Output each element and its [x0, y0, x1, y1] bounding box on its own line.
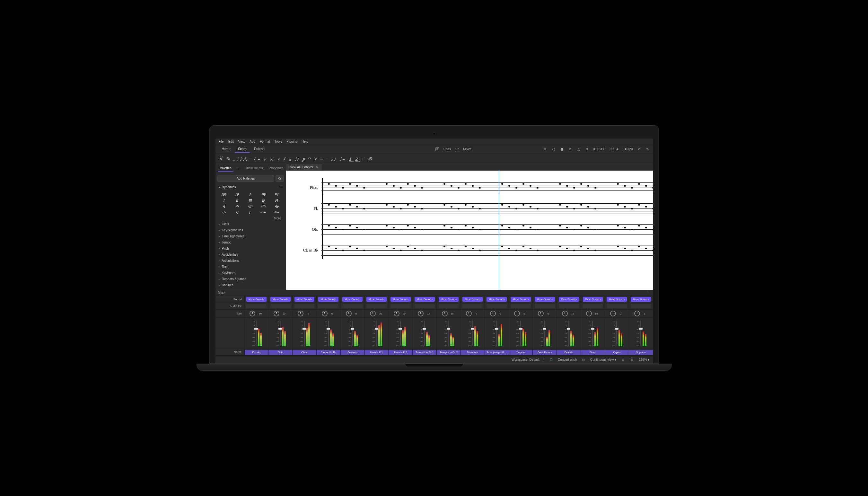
note-tool-7[interactable]: ·: [249, 156, 251, 162]
add-palettes-button[interactable]: Add Palettes: [217, 175, 274, 182]
pan-knob[interactable]: [346, 311, 352, 316]
channel-name[interactable]: Piano: [581, 349, 605, 355]
channel-fx[interactable]: [605, 303, 629, 309]
channel-volume[interactable]: 120-12-24-36-48-60: [244, 318, 268, 348]
staff-lines[interactable]: [321, 244, 653, 257]
channel-pan[interactable]: -15: [412, 310, 437, 317]
channel-sound[interactable]: Muse Sounds: [605, 296, 629, 303]
note[interactable]: [335, 206, 337, 207]
pan-knob[interactable]: [562, 311, 568, 316]
channel-fx[interactable]: [412, 303, 437, 309]
note[interactable]: [443, 183, 445, 185]
dynamic-fff[interactable]: fff: [244, 197, 257, 203]
channel-fx[interactable]: [556, 303, 581, 309]
note[interactable]: [407, 183, 409, 185]
pan-knob[interactable]: [466, 311, 472, 316]
note[interactable]: [617, 225, 619, 227]
note[interactable]: [458, 250, 459, 251]
note[interactable]: [559, 246, 561, 247]
fader[interactable]: [592, 321, 593, 346]
note-tool-23[interactable]: 1͟: [348, 156, 352, 162]
note[interactable]: [465, 225, 467, 227]
note[interactable]: [407, 204, 409, 206]
note[interactable]: [342, 208, 344, 210]
note[interactable]: [356, 185, 358, 187]
channel-sound[interactable]: Muse Sounds: [460, 296, 485, 303]
note[interactable]: [443, 246, 445, 247]
note[interactable]: [407, 225, 409, 227]
dynamic-sf[interactable]: sf: [218, 203, 231, 209]
view-icon[interactable]: ▭: [581, 357, 586, 362]
note[interactable]: [479, 250, 481, 251]
menu-plugins[interactable]: Plugins: [286, 140, 297, 143]
dynamic-mp[interactable]: mp: [257, 191, 270, 197]
fader[interactable]: [544, 321, 545, 346]
note[interactable]: [421, 208, 423, 210]
menu-file[interactable]: File: [219, 140, 224, 143]
pan-knob[interactable]: [514, 311, 520, 316]
note[interactable]: [400, 208, 402, 210]
channel-pan[interactable]: 6: [316, 310, 341, 317]
channel-pan[interactable]: 15: [581, 310, 605, 317]
note[interactable]: [522, 204, 524, 206]
note[interactable]: [580, 183, 582, 185]
note[interactable]: [638, 204, 640, 206]
note[interactable]: [501, 225, 503, 227]
note[interactable]: [566, 248, 568, 249]
palette-section[interactable]: ▸Articulations: [216, 258, 286, 264]
palette-section[interactable]: ▸Repeats & jumps: [216, 276, 286, 282]
channel-sound[interactable]: Muse Sounds: [581, 296, 605, 303]
dynamic-sfz[interactable]: sfz: [231, 203, 244, 209]
note[interactable]: [328, 246, 330, 247]
channel-fx[interactable]: [485, 303, 509, 309]
palette-section[interactable]: ▸Text: [216, 264, 286, 270]
note[interactable]: [465, 246, 467, 247]
note-tool-19[interactable]: –: [320, 156, 323, 162]
note[interactable]: [407, 246, 409, 247]
note[interactable]: [652, 208, 653, 210]
note[interactable]: [508, 185, 510, 187]
channel-fx[interactable]: [437, 303, 460, 309]
note[interactable]: [363, 187, 365, 189]
note[interactable]: [508, 248, 510, 249]
channel-name[interactable]: Tuba (unspecifi…: [485, 349, 509, 355]
note-tool-9[interactable]: ⌣: [257, 156, 261, 162]
metronome-icon[interactable]: △: [577, 147, 581, 152]
note[interactable]: [631, 187, 633, 189]
note[interactable]: [443, 204, 445, 206]
note[interactable]: [363, 208, 365, 210]
channel-pan[interactable]: 0: [533, 310, 556, 317]
note[interactable]: [472, 206, 474, 207]
note[interactable]: [335, 185, 337, 187]
note[interactable]: [645, 185, 647, 187]
staff-row[interactable]: Fl.: [299, 198, 653, 219]
channel-fx[interactable]: [292, 303, 316, 309]
pan-knob[interactable]: [273, 311, 279, 316]
concert-pitch[interactable]: Concert pitch: [558, 358, 577, 361]
note[interactable]: [638, 183, 640, 185]
dynamic-dim.[interactable]: dim.: [271, 210, 283, 215]
channel-pan[interactable]: -30: [364, 310, 389, 317]
note[interactable]: [472, 185, 474, 187]
more-icon[interactable]: ⋯: [279, 185, 283, 189]
navtab-score[interactable]: Score: [235, 146, 250, 153]
note[interactable]: [645, 248, 647, 249]
channel-sound[interactable]: Muse Sounds: [268, 296, 292, 303]
fader[interactable]: [280, 321, 281, 346]
channel-sound[interactable]: Muse Sounds: [364, 296, 389, 303]
note[interactable]: [393, 248, 395, 249]
channel-pan[interactable]: 0: [341, 310, 364, 317]
note[interactable]: [465, 204, 467, 206]
sidetab-0[interactable]: Palettes: [218, 166, 234, 172]
sidetab-1[interactable]: …: [235, 166, 242, 172]
note[interactable]: [451, 227, 453, 228]
parts-label[interactable]: Parts: [443, 148, 451, 151]
channel-volume[interactable]: 120-12-24-36-48-60: [629, 318, 653, 348]
note[interactable]: [624, 248, 626, 249]
channel-fx[interactable]: [244, 303, 268, 309]
dynamic-cresc.[interactable]: cresc.: [257, 210, 270, 215]
pan-knob[interactable]: [586, 311, 592, 316]
pan-knob[interactable]: [250, 311, 255, 316]
note[interactable]: [328, 204, 330, 206]
channel-sound[interactable]: Muse Sounds: [292, 296, 316, 303]
